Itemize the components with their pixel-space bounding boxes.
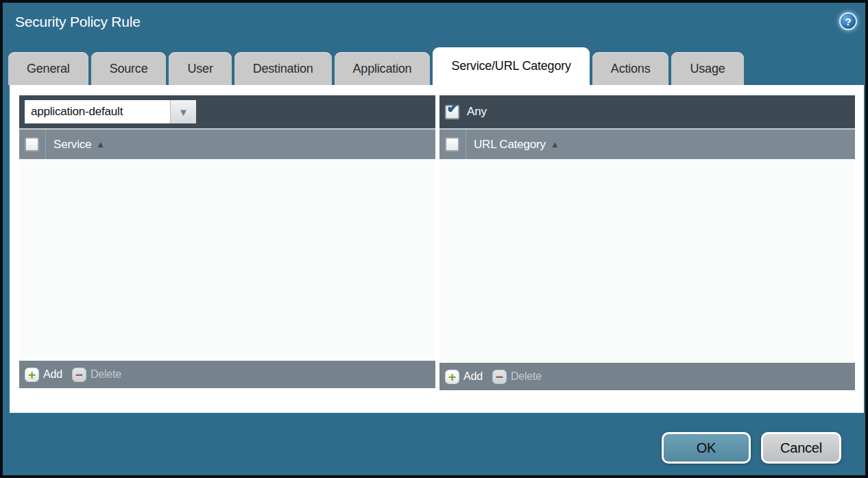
tab-application[interactable]: Application — [335, 52, 431, 85]
delete-icon: − — [72, 368, 86, 382]
url-category-panel: ✔ Any URL Category ▲ + Add − Delete — [439, 95, 855, 390]
service-panel: application-default ▼ Service ▲ + Add − … — [19, 95, 435, 388]
delete-button-label: Delete — [91, 368, 121, 381]
url-category-column-header[interactable]: URL Category ▲ — [439, 128, 855, 159]
help-icon[interactable]: ? — [839, 12, 857, 30]
checkmark-icon: ✔ — [446, 100, 459, 116]
service-column-header[interactable]: Service ▲ — [19, 128, 435, 159]
service-add-button[interactable]: + Add — [25, 368, 62, 382]
any-checkbox-label: Any — [467, 105, 487, 119]
tab-actions[interactable]: Actions — [592, 52, 669, 85]
delete-button-label: Delete — [511, 370, 542, 383]
tab-usage[interactable]: Usage — [671, 52, 743, 85]
chevron-down-icon[interactable]: ▼ — [170, 100, 196, 123]
add-icon: + — [25, 368, 39, 382]
url-category-panel-footer: + Add − Delete — [439, 363, 855, 390]
tab-content-area: application-default ▼ Service ▲ + Add − … — [10, 85, 864, 413]
security-policy-rule-dialog: Security Policy Rule ? General Source Us… — [0, 0, 868, 478]
service-list — [19, 159, 435, 361]
url-category-list — [439, 159, 855, 363]
tab-source[interactable]: Source — [91, 52, 167, 85]
service-panel-footer: + Add − Delete — [19, 361, 435, 388]
add-button-label: Add — [463, 370, 483, 383]
sort-ascending-icon[interactable]: ▲ — [96, 139, 105, 150]
tab-user[interactable]: User — [169, 52, 231, 85]
service-type-dropdown-value[interactable]: application-default — [25, 100, 170, 123]
tab-bar: General Source User Destination Applicat… — [8, 47, 860, 85]
url-category-select-all-checkbox[interactable] — [445, 137, 459, 152]
cancel-button[interactable]: Cancel — [761, 432, 841, 464]
url-category-delete-button[interactable]: − Delete — [492, 370, 542, 384]
url-category-add-button[interactable]: + Add — [445, 370, 483, 384]
add-icon: + — [445, 370, 459, 384]
sort-ascending-icon[interactable]: ▲ — [551, 139, 559, 150]
dialog-title: Security Policy Rule — [15, 14, 141, 30]
service-panel-toolbar: application-default ▼ — [19, 95, 435, 128]
tab-service-url-category[interactable]: Service/URL Category — [433, 47, 589, 85]
service-delete-button[interactable]: − Delete — [72, 368, 121, 382]
tab-destination[interactable]: Destination — [234, 52, 332, 85]
delete-icon: − — [492, 370, 507, 384]
service-select-all-checkbox[interactable] — [25, 137, 39, 152]
url-category-panel-toolbar: ✔ Any — [439, 95, 855, 128]
ok-button[interactable]: OK — [662, 432, 751, 464]
add-button-label: Add — [43, 368, 62, 381]
any-checkbox[interactable]: ✔ — [445, 105, 459, 119]
service-type-dropdown[interactable]: application-default ▼ — [25, 100, 196, 123]
service-column-label: Service — [46, 138, 91, 152]
url-category-column-label: URL Category — [466, 138, 546, 152]
tab-general[interactable]: General — [8, 52, 88, 85]
